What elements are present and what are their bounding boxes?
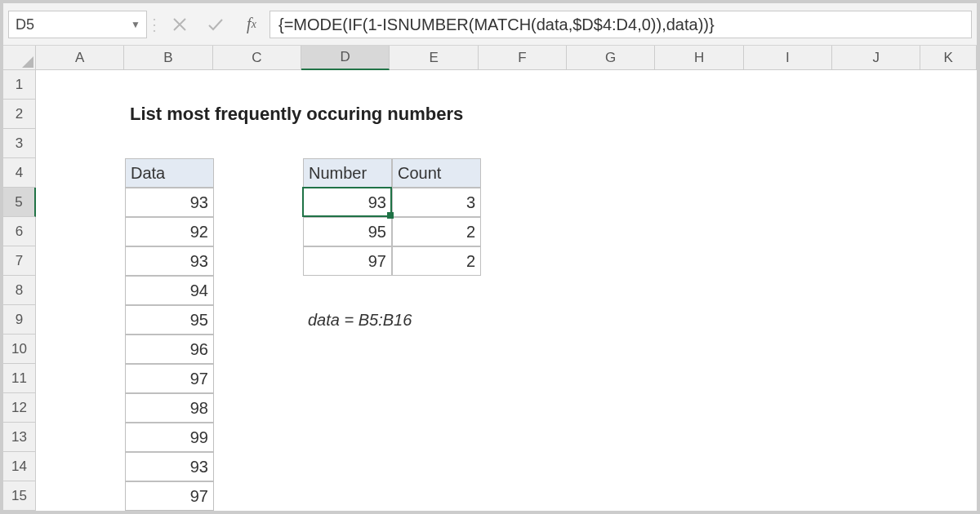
row-header-6[interactable]: 6	[3, 217, 36, 246]
column-header-B[interactable]: B	[124, 46, 212, 70]
result-count: 3	[392, 188, 481, 217]
column-header-I[interactable]: I	[744, 46, 832, 70]
column-header-F[interactable]: F	[479, 46, 567, 70]
row-header-7[interactable]: 7	[3, 246, 36, 276]
row-header-8[interactable]: 8	[3, 276, 36, 305]
row-header-14[interactable]: 14	[3, 452, 36, 481]
select-all-corner[interactable]	[3, 46, 36, 70]
cancel-icon[interactable]	[162, 10, 198, 38]
result-number: 97	[303, 246, 392, 276]
row-header-2[interactable]: 2	[3, 100, 36, 129]
row-header-3[interactable]: 3	[3, 129, 36, 158]
column-header-J[interactable]: J	[832, 46, 920, 70]
result-count: 2	[392, 217, 481, 246]
name-box[interactable]: D5 ▼	[8, 11, 147, 38]
data-cell: 99	[125, 423, 214, 452]
row-header-4[interactable]: 4	[3, 158, 36, 188]
cells-area[interactable]: List most frequently occuring numbersDat…	[36, 70, 977, 511]
spreadsheet-grid[interactable]: ABCDEFGHIJK 123456789101112131415 List m…	[3, 46, 977, 511]
data-cell: 96	[125, 335, 214, 364]
column-header-A[interactable]: A	[36, 46, 124, 70]
row-header-13[interactable]: 13	[3, 423, 36, 452]
result-number: 95	[303, 217, 392, 246]
row-headers: 123456789101112131415	[3, 70, 36, 511]
data-cell: 92	[125, 217, 214, 246]
row-header-1[interactable]: 1	[3, 70, 36, 100]
column-header-K[interactable]: K	[920, 46, 977, 70]
column-header-C[interactable]: C	[213, 46, 301, 70]
data-cell: 98	[125, 393, 214, 423]
data-cell: 94	[125, 276, 214, 305]
column-header-G[interactable]: G	[567, 46, 655, 70]
count-header: Count	[392, 158, 481, 188]
fx-icon[interactable]: fx	[234, 10, 270, 38]
row-header-12[interactable]: 12	[3, 393, 36, 423]
result-count: 2	[392, 246, 481, 276]
separator-icon: ⋮	[147, 10, 162, 38]
row-header-15[interactable]: 15	[3, 481, 36, 511]
data-cell: 95	[125, 305, 214, 335]
dropdown-icon[interactable]: ▼	[125, 11, 146, 38]
data-cell: 97	[125, 364, 214, 393]
enter-icon[interactable]	[198, 10, 234, 38]
data-cell: 93	[125, 246, 214, 276]
page-title: List most frequently occuring numbers	[125, 100, 570, 129]
column-header-D[interactable]: D	[301, 46, 390, 70]
data-cell: 93	[125, 188, 214, 217]
number-header: Number	[303, 158, 392, 188]
row-header-10[interactable]: 10	[3, 335, 36, 364]
row-header-11[interactable]: 11	[3, 364, 36, 393]
name-box-value: D5	[9, 16, 125, 33]
row-header-5[interactable]: 5	[3, 188, 36, 217]
column-header-E[interactable]: E	[390, 46, 478, 70]
data-cell: 97	[125, 481, 214, 511]
result-number: 93	[303, 188, 392, 217]
formula-text: {=MODE(IF(1-ISNUMBER(MATCH(data,$D$4:D4,…	[278, 16, 715, 34]
row-header-9[interactable]: 9	[3, 305, 36, 335]
column-headers: ABCDEFGHIJK	[36, 46, 977, 70]
formula-bar: D5 ▼ ⋮ fx {=MODE(IF(1-ISNUMBER(MATCH(dat…	[3, 3, 977, 46]
named-range-note: data = B5:B16	[303, 305, 570, 335]
column-header-H[interactable]: H	[655, 46, 743, 70]
formula-input[interactable]: {=MODE(IF(1-ISNUMBER(MATCH(data,$D$4:D4,…	[270, 11, 972, 38]
data-header: Data	[125, 158, 214, 188]
data-cell: 93	[125, 452, 214, 481]
